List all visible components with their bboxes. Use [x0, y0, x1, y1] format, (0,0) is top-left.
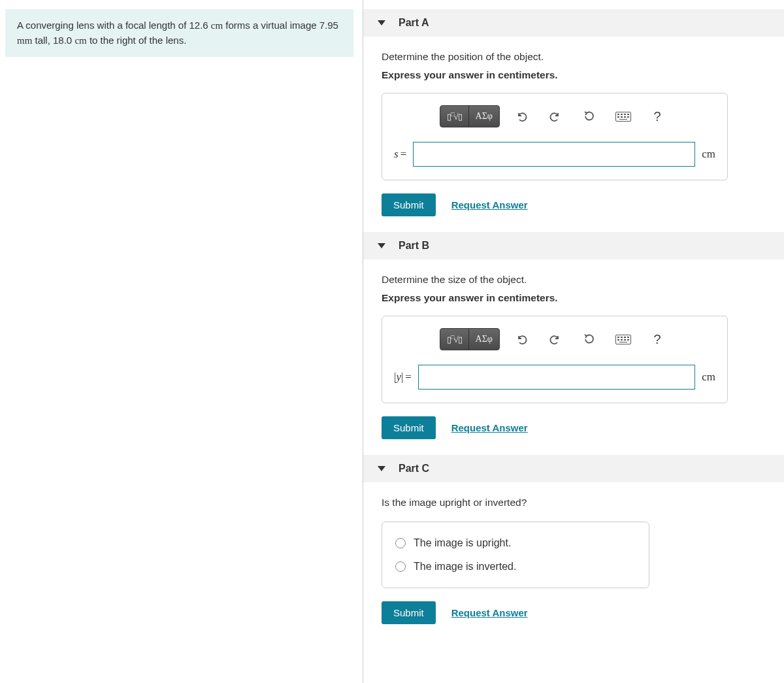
toolbar-group: ▯□√▯ ΑΣφ	[440, 105, 500, 127]
greek-symbols-button[interactable]: ΑΣφ	[469, 106, 499, 127]
part-c-header[interactable]: Part C	[363, 455, 784, 482]
part-title: Part C	[399, 463, 429, 475]
request-answer-link[interactable]: Request Answer	[451, 199, 528, 210]
unit-mm: mm	[17, 35, 32, 46]
problem-text: A converging lens with a focal length of…	[17, 20, 211, 31]
part-b-instruction: Express your answer in centimeters.	[382, 292, 766, 304]
answer-box-b: ▯□√▯ ΑΣφ	[382, 316, 728, 403]
caret-down-icon	[378, 243, 385, 248]
part-a-header[interactable]: Part A	[363, 9, 784, 37]
answer-box-a: ▯□√▯ ΑΣφ	[382, 93, 728, 180]
problem-statement: A converging lens with a focal length of…	[5, 9, 353, 57]
submit-button[interactable]: Submit	[382, 601, 436, 624]
reset-icon	[583, 110, 596, 123]
radio-group: The image is upright. The image is inver…	[382, 522, 649, 588]
radio-icon	[395, 538, 406, 548]
keyboard-icon	[615, 112, 631, 122]
equation-toolbar: ▯□√▯ ΑΣφ	[394, 328, 715, 350]
unit-label: cm	[702, 148, 715, 161]
part-c-prompt: Is the image upright or inverted?	[382, 497, 766, 508]
help-button[interactable]: ?	[645, 106, 670, 127]
part-c: Part C Is the image upright or inverted?…	[363, 455, 784, 631]
undo-icon	[515, 110, 528, 123]
radio-label: The image is upright.	[414, 537, 511, 549]
part-a-instruction: Express your answer in centimeters.	[382, 69, 766, 81]
answer-input-a[interactable]	[413, 142, 695, 167]
redo-button[interactable]	[543, 329, 568, 350]
problem-text: tall, 18.0	[32, 35, 74, 46]
part-b-header[interactable]: Part B	[363, 232, 784, 259]
submit-button[interactable]: Submit	[382, 416, 436, 439]
parts-column: Part A Determine the position of the obj…	[363, 0, 784, 683]
undo-button[interactable]	[509, 329, 534, 350]
caret-down-icon	[378, 20, 385, 25]
keyboard-icon	[615, 335, 631, 344]
unit-cm: cm	[211, 20, 223, 31]
part-b: Part B Determine the size of the object.…	[363, 232, 784, 446]
submit-button[interactable]: Submit	[382, 193, 436, 216]
math-templates-button[interactable]: ▯□√▯	[440, 106, 469, 127]
math-templates-icon: ▯□√▯	[447, 112, 462, 121]
problem-text: to the right of the lens.	[87, 35, 187, 46]
part-title: Part B	[399, 240, 429, 252]
problem-column: A converging lens with a focal length of…	[0, 0, 363, 683]
part-a: Part A Determine the position of the obj…	[363, 9, 784, 223]
variable-label: s=	[394, 148, 406, 161]
help-button[interactable]: ?	[645, 329, 670, 350]
radio-option-inverted[interactable]: The image is inverted.	[395, 555, 636, 578]
greek-symbols-button[interactable]: ΑΣφ	[469, 329, 499, 350]
answer-input-b[interactable]	[418, 365, 695, 390]
redo-button[interactable]	[543, 106, 568, 127]
reset-button[interactable]	[577, 329, 602, 350]
request-answer-link[interactable]: Request Answer	[451, 422, 528, 433]
math-templates-button[interactable]: ▯□√▯	[440, 329, 469, 350]
keyboard-button[interactable]	[611, 106, 636, 127]
toolbar-group: ▯□√▯ ΑΣφ	[440, 328, 500, 350]
undo-icon	[515, 333, 528, 346]
redo-icon	[549, 110, 562, 123]
keyboard-button[interactable]	[611, 329, 636, 350]
reset-icon	[583, 333, 596, 346]
redo-icon	[549, 333, 562, 346]
problem-text: forms a virtual image 7.95	[223, 20, 338, 31]
caret-down-icon	[378, 466, 385, 471]
unit-label: cm	[702, 371, 715, 384]
radio-icon	[395, 561, 406, 572]
variable-label: |y|=	[394, 371, 412, 384]
math-templates-icon: ▯□√▯	[447, 335, 462, 344]
unit-cm: cm	[74, 35, 86, 46]
reset-button[interactable]	[577, 106, 602, 127]
radio-label: The image is inverted.	[414, 561, 516, 573]
part-title: Part A	[399, 17, 429, 29]
undo-button[interactable]	[509, 106, 534, 127]
part-a-prompt: Determine the position of the object.	[382, 51, 766, 63]
request-answer-link[interactable]: Request Answer	[451, 607, 528, 618]
radio-option-upright[interactable]: The image is upright.	[395, 531, 636, 555]
part-b-prompt: Determine the size of the object.	[382, 274, 766, 286]
equation-toolbar: ▯□√▯ ΑΣφ	[394, 105, 715, 127]
